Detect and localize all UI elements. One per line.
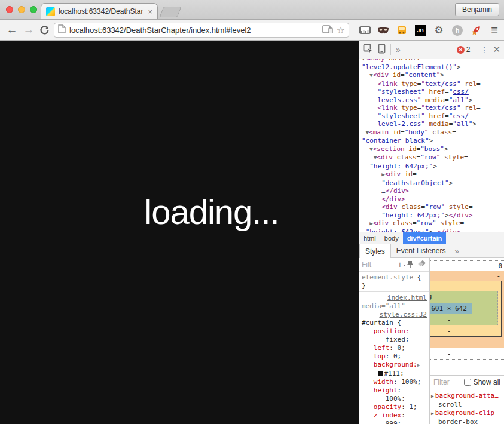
ruler-extension-icon[interactable] — [359, 24, 371, 36]
box-model-padding-top[interactable]: - — [490, 293, 494, 300]
reload-button[interactable] — [37, 24, 51, 39]
dom-tree-line[interactable]: "level2.updateElement()"> — [362, 63, 504, 72]
zoom-window-button[interactable] — [30, 6, 37, 13]
new-tab-button[interactable] — [159, 7, 181, 17]
css-property-line[interactable]: 999; — [362, 420, 427, 424]
box-model-margin-bottom[interactable]: - — [430, 338, 504, 348]
computed-property-name[interactable]: ▶background-atta… — [431, 392, 503, 401]
css-property-line[interactable]: 100%; — [362, 395, 427, 403]
box-model-position-top[interactable]: 0 — [498, 262, 502, 270]
tab-event-listeners[interactable]: Event Listeners — [391, 244, 451, 257]
css-property-line[interactable]: z-index: — [362, 411, 427, 420]
profile-button[interactable]: Benjamin — [455, 3, 499, 16]
box-model-border[interactable]: border - padding - — [430, 281, 502, 337]
browser-tab[interactable]: localhost:63342/DeathStar × — [41, 3, 158, 19]
box-model-position-bottom[interactable]: - — [430, 349, 504, 359]
dom-tree-line[interactable]: "deathstarObject"> — [362, 179, 504, 188]
dom-tree-line[interactable]: <link type="text/css" rel= — [362, 80, 504, 88]
computed-filter-input[interactable]: Filter — [433, 378, 460, 386]
box-model-padding[interactable]: padding - - 601 × 642 - - — [430, 291, 498, 325]
style-rule-line[interactable]: element.style { — [362, 274, 427, 282]
more-sidebar-tabs-icon[interactable]: » — [451, 244, 462, 257]
toggle-element-state-icon[interactable] — [407, 260, 414, 269]
close-window-button[interactable] — [6, 6, 13, 13]
expand-arrow-icon[interactable]: ▶ — [431, 394, 434, 399]
rule-file-link[interactable]: index.html — [387, 294, 427, 302]
css-property-line[interactable]: left: 0; — [362, 344, 427, 352]
css-property-line[interactable]: fixed; — [362, 336, 427, 344]
show-all-toggle[interactable]: Show all — [464, 378, 500, 386]
box-model-padding-right[interactable]: - — [477, 305, 481, 312]
style-rule-line[interactable]: } — [362, 282, 427, 290]
dom-tree-line[interactable]: "stylesheet" href="css/ — [362, 112, 504, 121]
jetbrains-extension-icon[interactable]: JB — [414, 24, 426, 36]
more-panels-icon[interactable]: » — [396, 45, 401, 54]
tab-styles[interactable]: Styles — [359, 244, 391, 258]
dom-tree-line[interactable]: …</div> — [362, 187, 504, 195]
forward-button[interactable]: → — [22, 23, 36, 37]
box-model-border-bottom[interactable]: - — [430, 327, 501, 336]
dom-tree-line[interactable]: "stylesheet" href="css/ — [362, 88, 504, 96]
bus-extension-icon[interactable] — [396, 24, 408, 36]
dom-tree-line[interactable]: ▼<main id="body" class= — [362, 128, 504, 137]
css-property-line[interactable]: #111; — [362, 370, 427, 378]
dom-tree-line[interactable]: ▶<div id= — [362, 170, 504, 179]
styles-filter-input[interactable]: Filt — [362, 260, 393, 269]
element-style-rule[interactable]: element.style {} — [359, 272, 429, 292]
box-model-margin[interactable]: margin - border - — [430, 271, 504, 348]
tab-close-button[interactable]: × — [148, 8, 152, 16]
bookmark-star-icon[interactable]: ☆ — [337, 26, 345, 35]
address-bar[interactable]: localhost:63342/DeathStarChapter/index.h… — [54, 23, 349, 38]
devtools-close-icon[interactable]: ✕ — [493, 44, 500, 55]
css-property-line[interactable]: top: 0; — [362, 352, 427, 361]
breadcrumb-item-html[interactable]: html — [359, 232, 380, 244]
animations-icon[interactable] — [418, 260, 427, 269]
dom-tree-line[interactable]: ▼<div id="content"> — [362, 71, 504, 80]
rule-source-link[interactable]: style.css:32 — [380, 311, 427, 318]
box-model-padding-bottom[interactable]: - — [430, 315, 497, 325]
minimize-window-button[interactable] — [18, 6, 25, 13]
dom-tree-line[interactable]: "height: 642px;"> — [362, 162, 504, 171]
elements-tree[interactable]: ▼<body onscroll="level2.updateElement()"… — [359, 59, 504, 232]
console-error-badge[interactable]: ✕ 2 — [457, 45, 471, 54]
box-model-border-top[interactable]: - — [493, 282, 497, 290]
h-extension-icon[interactable]: h — [451, 24, 463, 36]
css-property-line[interactable]: height: — [362, 386, 427, 395]
gear-extension-icon[interactable]: ⚙ — [433, 24, 445, 36]
dom-tree-line[interactable]: ▶<div class="row" style= — [362, 219, 504, 228]
css-property-line[interactable]: width: 100%; — [362, 378, 427, 386]
page-viewport[interactable]: loading... — [0, 41, 359, 424]
box-model-margin-top[interactable]: - — [496, 272, 500, 280]
device-toolbar-icon[interactable] — [378, 44, 386, 56]
css-property-line[interactable]: opacity: 1; — [362, 403, 427, 411]
dom-tree-line[interactable]: ▼<section id="boss"> — [362, 145, 504, 154]
css-property-line[interactable]: position: — [362, 327, 427, 336]
dom-tree-line[interactable]: "container black"> — [362, 137, 504, 145]
url-text[interactable]: localhost:63342/DeathStarChapter/index.h… — [69, 26, 319, 35]
box-model-content-size[interactable]: 601 × 642 — [430, 303, 472, 314]
breadcrumb-item-div-curtain[interactable]: div#curtain — [403, 232, 447, 244]
mask-extension-icon[interactable] — [377, 24, 389, 36]
expand-arrow-icon[interactable]: ▶ — [431, 411, 434, 416]
new-style-rule-icon[interactable]: + — [398, 261, 402, 269]
rocket-extension-icon[interactable] — [470, 24, 482, 36]
show-all-checkbox[interactable] — [464, 379, 471, 386]
back-button[interactable]: ← — [5, 23, 19, 37]
dom-tree-line[interactable]: level-2.css" media="all"> — [362, 120, 504, 128]
curtain-style-rule[interactable]: index.html media="all" style.css:32 #cur… — [359, 292, 429, 424]
rule-selector[interactable]: #curtain { — [362, 319, 427, 327]
chrome-menu-icon[interactable]: ≡ — [488, 24, 500, 36]
css-property-line[interactable]: background:▶ — [362, 361, 427, 370]
tablet-page-action-icon[interactable] — [322, 25, 333, 36]
devtools-menu-icon[interactable]: ⋮ — [480, 45, 488, 54]
dom-tree-line[interactable]: ▼<div class="row" style= — [362, 153, 504, 162]
dom-tree-line[interactable]: levels.css" media="all"> — [362, 96, 504, 105]
dom-tree-line[interactable]: "height: 642px;"></div> — [362, 211, 504, 220]
dom-tree-line[interactable]: <link type="text/css" rel= — [362, 104, 504, 112]
box-model[interactable]: position 0 margin - border — [430, 260, 504, 360]
dom-tree-line[interactable]: <div class="row" style= — [362, 203, 504, 211]
breadcrumb-item-body[interactable]: body — [380, 232, 403, 244]
dom-tree-line[interactable]: </div> — [362, 195, 504, 204]
inspect-element-icon[interactable] — [363, 44, 373, 56]
computed-property-name[interactable]: ▶background-clip — [431, 409, 503, 418]
